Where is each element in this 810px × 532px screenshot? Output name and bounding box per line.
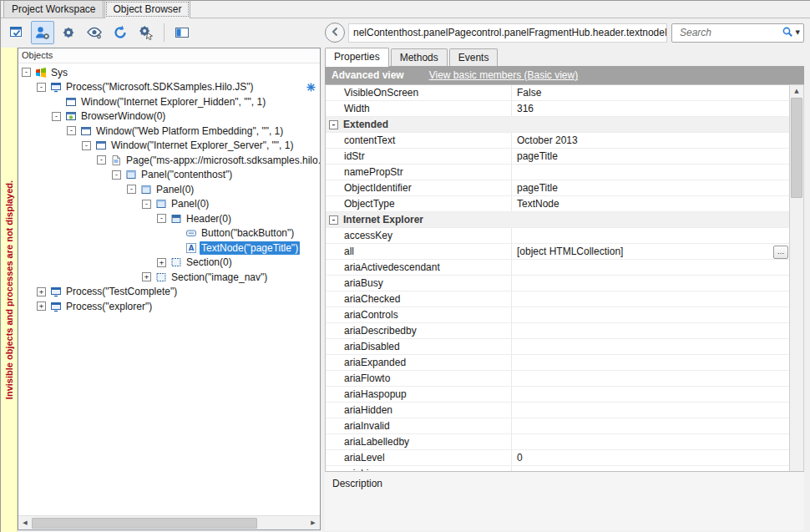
tree-node[interactable]: +Process("explorer")	[18, 299, 320, 314]
refresh-icon[interactable]	[109, 21, 132, 44]
tab-project-workspace[interactable]: Project Workspace	[3, 0, 104, 18]
ellipsis-button[interactable]: …	[773, 246, 788, 259]
property-row[interactable]: ariaBusy	[326, 276, 791, 291]
tree-node[interactable]: -Sys	[18, 65, 320, 80]
scroll-left-icon[interactable]: ◀	[18, 519, 32, 526]
expand-icon[interactable]: +	[157, 258, 166, 267]
tree-node[interactable]: -Panel(0)	[18, 182, 320, 197]
property-row[interactable]: all[object HTMLCollection]…	[326, 244, 791, 260]
tree-node-label[interactable]: Panel(0)	[154, 183, 195, 196]
tree-node-label[interactable]: Process("TestComplete")	[64, 285, 179, 298]
property-row[interactable]: ariaDescribedby	[326, 323, 791, 339]
tree-node-label[interactable]: Panel(0)	[170, 197, 210, 210]
panel-layout-icon[interactable]	[170, 21, 194, 44]
collapse-icon[interactable]: -	[112, 170, 121, 180]
search-input[interactable]	[678, 26, 782, 39]
basic-view-link[interactable]: View basic members (Basic view)	[429, 69, 579, 81]
property-row[interactable]: ObjectIdentifierpageTitle	[326, 180, 791, 196]
tree-node[interactable]: -Window("Web Platform Embedding", "", 1)	[18, 124, 320, 139]
tree-node-label[interactable]: Page("ms-appx://microsoft.sdksamples.hil…	[124, 154, 320, 167]
property-group-row[interactable]: -Internet Explorer	[326, 212, 791, 228]
collapse-icon[interactable]: -	[52, 112, 61, 121]
scroll-up-icon[interactable]: ▲	[790, 85, 803, 97]
tree-node[interactable]: -Panel(0)	[18, 197, 320, 212]
tree-node[interactable]: +Section("image_nav")	[18, 270, 320, 285]
tree-node-label[interactable]: Button("backButton")	[200, 226, 296, 240]
expand-icon[interactable]: +	[37, 301, 46, 311]
property-row[interactable]: ariaHaspopup	[326, 387, 791, 403]
property-row[interactable]: VisibleOnScreenFalse	[326, 85, 791, 101]
tree-node-label[interactable]: Window("Internet Explorer_Hidden", "", 1…	[79, 95, 267, 109]
search-icon[interactable]	[782, 26, 793, 40]
gear-icon[interactable]	[57, 21, 80, 44]
tree-node-label[interactable]: Process("Microsoft.SDKSamples.Hilo.JS")	[64, 80, 256, 94]
collapse-icon[interactable]: -	[329, 215, 338, 225]
tree-node-label[interactable]: Process("explorer")	[64, 300, 154, 313]
chevron-down-icon[interactable]: ▼	[796, 29, 800, 36]
collapse-icon[interactable]: -	[67, 126, 76, 135]
tree-node[interactable]: -Panel("contenthost")	[18, 168, 320, 183]
property-row[interactable]: namePropStr	[326, 165, 791, 180]
property-row[interactable]: idStrpageTitle	[326, 149, 791, 165]
properties-scrollbar[interactable]: ▲ ▼	[789, 84, 804, 482]
tree-node[interactable]: -Process("Microsoft.SDKSamples.Hilo.JS")	[18, 80, 320, 95]
property-group-row[interactable]: -Extended	[326, 117, 791, 133]
collapse-icon[interactable]: -	[127, 185, 136, 194]
tab-properties[interactable]: Properties	[325, 48, 389, 67]
property-row[interactable]: ariaLabelledby	[326, 434, 791, 450]
object-spy-icon[interactable]	[31, 21, 54, 44]
property-row[interactable]: ariaActivedescendant	[326, 260, 791, 276]
property-row[interactable]: ObjectTypeTextNode	[326, 196, 791, 212]
search-box[interactable]: ▼	[671, 23, 804, 43]
property-row[interactable]: Width316	[326, 101, 791, 117]
property-row[interactable]: ariaFlowto	[326, 371, 791, 387]
tree-node-label[interactable]: Header(0)	[185, 212, 233, 225]
tree-node-label[interactable]: Panel("contenthost")	[139, 168, 234, 181]
expand-icon[interactable]: +	[37, 287, 46, 296]
tree-node-label[interactable]: TextNode("pageTitle")	[200, 241, 300, 255]
property-row[interactable]: ariaInvalid	[326, 418, 791, 434]
collapse-icon[interactable]: -	[22, 68, 31, 77]
tree-horizontal-scrollbar[interactable]: ◀ ▶	[18, 515, 320, 529]
property-row[interactable]: accessKey	[326, 228, 791, 244]
checked-window-icon[interactable]	[5, 21, 28, 44]
eye-gear-icon[interactable]	[83, 21, 106, 44]
collapse-icon[interactable]: -	[142, 200, 151, 209]
property-row[interactable]: ariaExpanded	[326, 355, 791, 371]
vertical-scrollbar-thumb[interactable]	[791, 98, 802, 198]
property-row[interactable]: ariaControls	[326, 307, 791, 323]
collapse-icon[interactable]: -	[97, 155, 106, 165]
expand-icon[interactable]: +	[142, 272, 151, 281]
tree-node[interactable]: ATextNode("pageTitle")	[18, 241, 320, 256]
property-row[interactable]: ariaLevel0	[326, 450, 791, 466]
collapse-icon[interactable]: -	[82, 141, 91, 150]
collapse-icon[interactable]: -	[329, 120, 338, 129]
tab-object-browser[interactable]: Object Browser	[104, 0, 190, 18]
tree-node[interactable]: -Page("ms-appx://microsoft.sdksamples.hi…	[18, 153, 320, 168]
tree-node[interactable]: -Header(0)	[18, 211, 320, 226]
scroll-right-icon[interactable]: ▶	[306, 519, 320, 526]
horizontal-scrollbar-thumb[interactable]	[32, 518, 257, 529]
tab-methods[interactable]: Methods	[391, 48, 448, 66]
tree-node[interactable]: Window("Internet Explorer_Hidden", "", 1…	[18, 94, 320, 109]
tree-node-label[interactable]: Section(0)	[185, 256, 234, 269]
tree-node-label[interactable]: Window("Internet Explorer_Server", "", 1…	[109, 139, 295, 152]
tree-node-label[interactable]: Window("Web Platform Embedding", "", 1)	[94, 124, 285, 138]
property-row[interactable]: contentTextOctober 2013	[326, 133, 791, 149]
gear-cursor-icon[interactable]	[134, 21, 158, 44]
tree-node-label[interactable]: Section("image_nav")	[170, 271, 269, 284]
tab-events[interactable]: Events	[449, 48, 499, 66]
tree-node-label[interactable]: BrowserWindow(0)	[79, 109, 167, 123]
collapse-icon[interactable]: -	[37, 83, 46, 92]
object-path-field[interactable]: nelContenthost.panelPagecontrol.panelFra…	[348, 23, 667, 43]
property-row[interactable]: ariaChecked	[326, 291, 791, 307]
tree-node[interactable]: -Window("Internet Explorer_Server", "", …	[18, 139, 320, 154]
tree-node[interactable]: Button("backButton")	[18, 226, 320, 241]
back-button[interactable]	[325, 23, 345, 43]
tree-node[interactable]: +Section(0)	[18, 256, 320, 271]
collapse-icon[interactable]: -	[157, 214, 166, 223]
tree-node[interactable]: +Process("TestComplete")	[18, 285, 320, 300]
property-row[interactable]: ariaDisabled	[326, 339, 791, 355]
property-row[interactable]: ariaHidden	[326, 403, 791, 418]
tree-node-label[interactable]: Sys	[49, 66, 69, 79]
